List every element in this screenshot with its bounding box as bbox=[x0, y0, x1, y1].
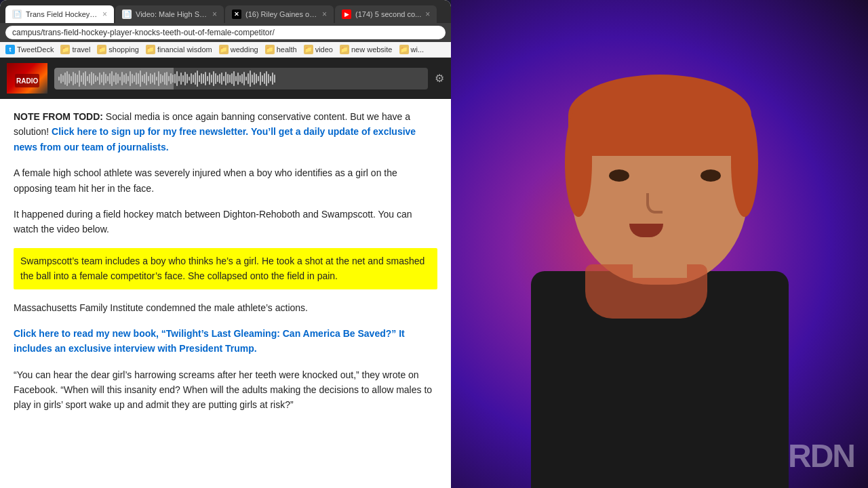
folder-icon-travel: 📁 bbox=[60, 45, 70, 54]
folder-icon-video: 📁 bbox=[304, 45, 313, 54]
tab-label-3: (16) Riley Gaines on X: "It's re... bbox=[245, 10, 318, 18]
tab-label-1: Trans Field Hockey Player Kn... bbox=[26, 10, 98, 18]
waveform-bars bbox=[54, 68, 279, 89]
folder-icon-newwebsite: 📁 bbox=[340, 45, 349, 54]
tab-label-2: Video: Male High School Field... bbox=[136, 10, 208, 18]
bookmarks-bar: t TweetDeck 📁 travel 📁 shopping 📁 financ… bbox=[0, 42, 451, 58]
bookmark-wi[interactable]: 📁 wi... bbox=[399, 45, 425, 54]
radio-logo-svg: RADIO bbox=[14, 68, 41, 89]
tab-favicon-3: ✕ bbox=[232, 9, 241, 19]
audio-thumbnail: RADIO bbox=[7, 63, 47, 94]
bookmark-new-website[interactable]: 📁 new website bbox=[340, 45, 393, 54]
note-from-todd-block: NOTE FROM TODD: Social media is once aga… bbox=[14, 109, 437, 155]
svg-text:RADIO: RADIO bbox=[16, 77, 38, 85]
audio-player[interactable]: RADIO bbox=[0, 58, 451, 99]
bookmark-label-travel: travel bbox=[72, 45, 90, 54]
bookmark-travel[interactable]: 📁 travel bbox=[60, 45, 90, 54]
bookmark-label-wi: wi... bbox=[411, 45, 425, 54]
bookmark-shopping[interactable]: 📁 shopping bbox=[97, 45, 139, 54]
eye-right bbox=[701, 169, 721, 182]
tab-riley-gaines[interactable]: ✕ (16) Riley Gaines on X: "It's re... × bbox=[225, 5, 334, 23]
audio-thumbnail-inner: RADIO bbox=[7, 63, 47, 94]
tab-favicon-1: 📄 bbox=[12, 9, 22, 19]
folder-icon-financial: 📁 bbox=[146, 45, 155, 54]
book-link[interactable]: Click here to read my new book, “Twiligh… bbox=[14, 328, 405, 354]
hair-side-right bbox=[731, 108, 758, 217]
tab-video-male[interactable]: 📄 Video: Male High School Field... × bbox=[115, 5, 224, 23]
tab-close-2[interactable]: × bbox=[212, 9, 217, 19]
hair-top bbox=[568, 75, 751, 156]
bookmark-financial[interactable]: 📁 financial wisdom bbox=[146, 45, 212, 54]
bookmark-label-newwebsite: new website bbox=[351, 45, 393, 54]
video-panel: RDN bbox=[451, 0, 868, 488]
tab-close-3[interactable]: × bbox=[322, 9, 327, 19]
tab-close-4[interactable]: × bbox=[425, 9, 430, 19]
folder-icon-health: 📁 bbox=[265, 45, 275, 54]
video-background: RDN bbox=[451, 0, 868, 488]
bookmark-label-wedding: wedding bbox=[231, 45, 258, 54]
folder-icon-wi: 📁 bbox=[399, 45, 409, 54]
bookmark-label-tweetdeck: TweetDeck bbox=[17, 45, 54, 54]
address-bar-row: campus/trans-field-hockey-player-knocks-… bbox=[0, 23, 451, 42]
person-container: RDN bbox=[451, 0, 868, 488]
bookmark-label-shopping: shopping bbox=[108, 45, 139, 54]
neck bbox=[633, 237, 687, 278]
tab-favicon-2: 📄 bbox=[122, 9, 132, 19]
article-paragraph-3: Massachusetts Family Institute condemned… bbox=[14, 300, 437, 315]
bookmark-label-health: health bbox=[277, 45, 297, 54]
bookmark-wedding[interactable]: 📁 wedding bbox=[219, 45, 258, 54]
book-link-block: Click here to read my new book, “Twiligh… bbox=[14, 326, 437, 357]
twitter-icon: t bbox=[5, 45, 15, 54]
person-silhouette bbox=[517, 68, 802, 488]
tab-close-1[interactable]: × bbox=[102, 9, 107, 19]
face-area bbox=[558, 81, 762, 339]
video-text-overlay: RDN bbox=[774, 424, 868, 488]
article-paragraph-2: It happened during a field hockey match … bbox=[14, 207, 437, 237]
bookmark-tweetdeck[interactable]: t TweetDeck bbox=[5, 45, 54, 54]
bookmark-label-financial: financial wisdom bbox=[157, 45, 212, 54]
article-body: NOTE FROM TODD: Social media is once aga… bbox=[0, 99, 451, 434]
bookmark-video[interactable]: 📁 video bbox=[304, 45, 333, 54]
browser-window: 📄 Trans Field Hockey Player Kn... × 📄 Vi… bbox=[0, 0, 451, 488]
folder-icon-wedding: 📁 bbox=[219, 45, 229, 54]
bookmark-label-video: video bbox=[315, 45, 333, 54]
quote-paragraph: “You can hear the dear girl’s harrowing … bbox=[14, 367, 437, 413]
eye-left bbox=[609, 169, 629, 182]
tab-label-4: (174) 5 second co... bbox=[355, 10, 421, 18]
page-content: RADIO bbox=[0, 58, 451, 488]
folder-icon-shopping: 📁 bbox=[97, 45, 106, 54]
nose bbox=[646, 193, 663, 214]
waveform-container[interactable] bbox=[54, 68, 428, 89]
tab-favicon-4: ▶ bbox=[342, 9, 351, 19]
address-bar[interactable]: campus/trans-field-hockey-player-knocks-… bbox=[5, 26, 446, 39]
tab-youtube[interactable]: ▶ (174) 5 second co... × bbox=[335, 5, 437, 23]
newsletter-signup-link[interactable]: Click here to sign up for my free newsle… bbox=[14, 126, 416, 152]
audio-settings-icon[interactable]: ⚙ bbox=[435, 72, 444, 85]
hair-side-left bbox=[565, 108, 592, 217]
note-label: NOTE FROM TODD: bbox=[14, 111, 103, 122]
tab-trans-field-hockey[interactable]: 📄 Trans Field Hockey Player Kn... × bbox=[5, 5, 114, 23]
bookmark-health[interactable]: 📁 health bbox=[265, 45, 297, 54]
tabs-row: 📄 Trans Field Hockey Player Kn... × 📄 Vi… bbox=[5, 5, 446, 23]
highlighted-paragraph: Swampscott’s team includes a boy who thi… bbox=[14, 248, 437, 289]
article-paragraph-1: A female high school athlete was severel… bbox=[14, 165, 437, 196]
browser-chrome: 📄 Trans Field Hockey Player Kn... × 📄 Vi… bbox=[0, 0, 451, 23]
